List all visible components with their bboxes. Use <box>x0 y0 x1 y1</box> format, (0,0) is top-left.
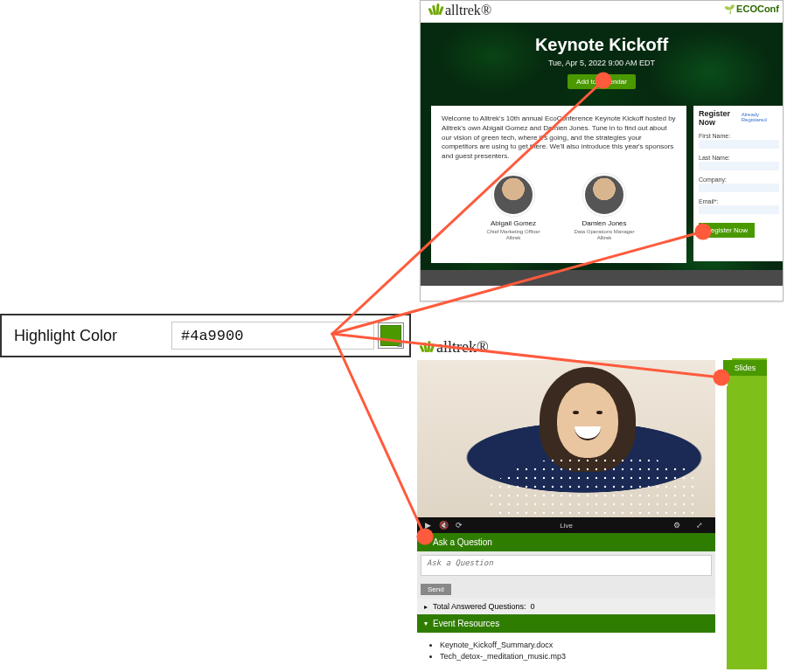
ask-question-label: Ask a Question <box>433 537 492 547</box>
presenter-org: Alltrek <box>569 235 639 241</box>
live-label: Live <box>560 522 573 530</box>
video-player[interactable] <box>417 360 715 517</box>
alltrek-logo: alltrek® <box>436 339 489 355</box>
chevron-down-icon: ▾ <box>424 538 428 546</box>
last-name-input[interactable] <box>699 162 779 170</box>
webinar-viewer-preview: alltrek® Slides ▶ 🔇 ⟳ Live ⚙ ⤢ ▾ Ask a Q… <box>417 337 767 669</box>
color-picker-button[interactable] <box>378 322 404 349</box>
viewer-header: alltrek® <box>417 337 767 358</box>
field-label: First Name: <box>699 133 779 139</box>
dropdown-triangle-icon <box>397 342 402 347</box>
field-label: Company: <box>699 177 779 183</box>
total-answered-count: 0 <box>531 602 535 611</box>
field-label: Last Name: <box>699 155 779 161</box>
refresh-icon[interactable]: ⟳ <box>454 521 464 530</box>
highlight-color-input[interactable] <box>171 322 374 350</box>
svg-line-4 <box>332 334 425 537</box>
resource-item[interactable]: Keynote_Kickoff_Summary.docx <box>440 641 705 649</box>
leaf-icon <box>429 3 443 15</box>
company-input[interactable] <box>699 184 779 192</box>
register-heading: Register Now <box>699 109 742 127</box>
register-form: Register Now Already Registered First Na… <box>693 106 783 261</box>
ask-question-header[interactable]: ▾ Ask a Question <box>417 533 715 551</box>
hero-banner: Keynote Kickoff Tue, Apr 5, 2022 9:00 AM… <box>421 23 783 106</box>
presenter-title: Data Operations Manager <box>569 229 639 235</box>
presenters-row: Abigail Gomez Chief Marketing Officer Al… <box>442 174 676 241</box>
accent-stripe <box>727 358 767 669</box>
chevron-right-icon: ▸ <box>424 603 428 611</box>
question-input[interactable] <box>421 555 712 576</box>
welcome-card: Welcome to Alltrek's 10th annual EcoConf… <box>431 106 686 263</box>
mute-icon[interactable]: 🔇 <box>438 521 449 530</box>
highlight-color-control: Highlight Color <box>0 314 411 357</box>
brand-name-text: alltrek <box>445 3 481 17</box>
slides-tab[interactable]: Slides <box>723 360 767 376</box>
play-icon[interactable]: ▶ <box>422 521 433 530</box>
avatar <box>492 174 534 216</box>
welcome-text: Welcome to Alltrek's 10th annual EcoConf… <box>442 114 676 162</box>
settings-icon[interactable]: ⚙ <box>672 521 682 530</box>
highlight-color-label: Highlight Color <box>2 327 171 345</box>
landing-footer <box>421 270 783 286</box>
presenter-name: Abigail Gomez <box>478 219 548 229</box>
register-now-button[interactable]: Register Now <box>699 223 755 238</box>
hero-title: Keynote Kickoff <box>421 23 783 55</box>
already-registered-link[interactable]: Already Registered <box>742 112 779 122</box>
presenter-face-graphic <box>564 404 611 447</box>
send-button[interactable]: Send <box>421 584 451 595</box>
hero-subtitle: Tue, Apr 5, 2022 9:00 AM EDT <box>421 59 783 67</box>
presenter-org: Alltrek <box>478 235 548 241</box>
video-control-bar: ▶ 🔇 ⟳ Live ⚙ ⤢ <box>417 517 715 533</box>
landing-body: Welcome to Alltrek's 10th annual EcoConf… <box>421 106 783 286</box>
resource-item[interactable]: Tech_detox-_meditation_music.mp3 <box>440 652 705 661</box>
ask-question-panel: Send <box>417 551 715 599</box>
event-resources-list: Keynote_Kickoff_Summary.docx Tech_detox-… <box>417 633 715 669</box>
preview-header: alltrek® ECOConf <box>421 1 783 23</box>
total-answered-label: Total Answered Questions: <box>433 602 526 611</box>
first-name-input[interactable] <box>699 140 779 149</box>
presenter-1: Abigail Gomez Chief Marketing Officer Al… <box>478 174 548 241</box>
chevron-down-icon: ▾ <box>424 620 428 627</box>
email-input[interactable] <box>699 205 779 214</box>
landing-page-preview: alltrek® ECOConf Keynote Kickoff Tue, Ap… <box>420 0 784 301</box>
presenter-name: Damien Jones <box>569 219 639 229</box>
brand-name-text: alltrek <box>436 339 477 355</box>
alltrek-logo: alltrek® <box>445 3 491 17</box>
presenter-2: Damien Jones Data Operations Manager All… <box>569 174 639 241</box>
leaf-icon <box>421 340 435 352</box>
event-resources-header[interactable]: ▾ Event Resources <box>417 614 715 633</box>
total-answered-row[interactable]: ▸ Total Answered Questions: 0 <box>417 599 715 614</box>
fullscreen-icon[interactable]: ⤢ <box>694 521 705 530</box>
avatar <box>583 174 625 216</box>
presenter-title: Chief Marketing Officer <box>478 229 548 235</box>
add-to-calendar-button[interactable]: Add to Calendar <box>568 74 636 89</box>
field-label: Email*: <box>699 198 779 204</box>
ecoconf-logo: ECOConf <box>724 3 779 14</box>
event-resources-label: Event Resources <box>433 619 499 628</box>
